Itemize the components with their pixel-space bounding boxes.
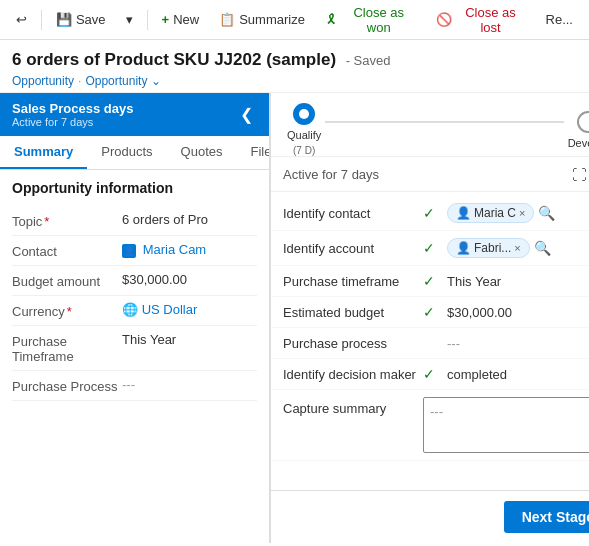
summarize-icon: 📋 xyxy=(219,12,235,27)
stage-develop-circle xyxy=(577,111,589,133)
expand-button[interactable]: ⛶ xyxy=(570,163,589,185)
process-value: --- xyxy=(122,377,257,392)
more-button[interactable]: Re... xyxy=(538,8,581,31)
breadcrumb-chevron-icon[interactable]: ⌄ xyxy=(151,74,161,88)
budget-label: Budget amount xyxy=(12,272,122,289)
tab-quotes[interactable]: Quotes xyxy=(167,136,237,169)
tab-files[interactable]: Files xyxy=(236,136,270,169)
tab-products[interactable]: Products xyxy=(87,136,166,169)
purchase-timeframe-value: This Year ▾ xyxy=(447,274,589,289)
purchase-timeframe-text: This Year xyxy=(447,274,501,289)
popup-header: Active for 7 days ⛶ ✕ xyxy=(271,157,589,192)
checklist: Identify contact ✓ 👤 Maria C × 🔍 Identif… xyxy=(271,192,589,490)
identify-decision-maker-text: completed xyxy=(447,367,507,382)
identify-decision-maker-check-icon: ✓ xyxy=(423,366,439,382)
stage-develop: Develop xyxy=(568,111,589,149)
ban-icon: 🚫 xyxy=(436,12,452,27)
currency-link[interactable]: US Dollar xyxy=(142,302,198,317)
ribbon-icon: 🎗 xyxy=(325,12,338,27)
identify-account-check-icon: ✓ xyxy=(423,240,439,256)
breadcrumb-separator: · xyxy=(78,74,81,88)
checklist-item-identify-contact: Identify contact ✓ 👤 Maria C × 🔍 xyxy=(271,196,589,231)
purchase-process-check-icon: ✓ xyxy=(423,335,439,351)
breadcrumb-opportunity2[interactable]: Opportunity xyxy=(85,74,147,88)
checklist-item-estimated-budget: Estimated budget ✓ $30,000.00 xyxy=(271,297,589,328)
close-as-won-button[interactable]: 🎗 Close as won xyxy=(317,1,424,39)
stage-qualify-label: Qualify xyxy=(287,129,321,141)
topic-label: Topic* xyxy=(12,212,122,229)
checklist-item-identify-decision-maker: Identify decision maker ✓ completed ▾ xyxy=(271,359,589,390)
form-row-process: Purchase Process --- xyxy=(12,371,257,401)
right-panel: Qualify (7 D) Develop Active for 7 days … xyxy=(270,93,589,543)
form-area: Opportunity information Topic* 6 orders … xyxy=(0,170,269,543)
summarize-button[interactable]: 📋 Summarize xyxy=(211,8,313,31)
purchase-process-value: --- ▾ xyxy=(447,336,589,351)
topic-required: * xyxy=(44,214,49,229)
chevron-down-icon: ▾ xyxy=(126,12,133,27)
identify-decision-maker-label: Identify decision maker xyxy=(283,367,423,382)
contact-search-button[interactable]: 🔍 xyxy=(538,205,555,221)
tab-summary[interactable]: Summary xyxy=(0,136,87,169)
page-title: 6 orders of Product SKU JJ202 (sample) xyxy=(12,50,336,69)
purchase-timeframe-check-icon: ✓ xyxy=(423,273,439,289)
save-button[interactable]: 💾 Save xyxy=(48,8,114,31)
purchase-process-label: Purchase process xyxy=(283,336,423,351)
form-row-timeframe: Purchase Timeframe This Year xyxy=(12,326,257,371)
process-label: Purchase Process xyxy=(12,377,122,394)
globe-icon: 🌐 xyxy=(122,302,138,317)
main-content: Sales Process days Active for 7 days ❮ S… xyxy=(0,93,589,543)
capture-summary-textarea[interactable]: --- xyxy=(423,397,589,453)
contact-pill-remove-button[interactable]: × xyxy=(519,207,525,219)
account-pill-remove-button[interactable]: × xyxy=(514,242,520,254)
left-panel: Sales Process days Active for 7 days ❮ S… xyxy=(0,93,270,543)
stage-qualify-sub: (7 D) xyxy=(293,145,315,156)
back-button[interactable]: ↩ xyxy=(8,8,35,31)
sales-process-subtitle: Active for 7 days xyxy=(12,116,133,128)
currency-label: Currency* xyxy=(12,302,122,319)
popup-header-actions: ⛶ ✕ xyxy=(570,163,589,185)
contact-pill-label: Maria C xyxy=(474,206,516,220)
form-row-contact: Contact 👤 Maria Cam xyxy=(12,236,257,266)
contact-value: 👤 Maria Cam xyxy=(122,242,257,258)
estimated-budget-value: $30,000.00 xyxy=(447,305,589,320)
toolbar: ↩ 💾 Save ▾ + New 📋 Summarize 🎗 Close as … xyxy=(0,0,589,40)
timeframe-label: Purchase Timeframe xyxy=(12,332,122,364)
new-button[interactable]: + New xyxy=(154,8,208,31)
checklist-item-identify-account: Identify account ✓ 👤 Fabri... × 🔍 xyxy=(271,231,589,266)
stage-qualify-circle xyxy=(293,103,315,125)
identify-account-label: Identify account xyxy=(283,241,423,256)
estimated-budget-text: $30,000.00 xyxy=(447,305,512,320)
purchase-process-dashes: --- xyxy=(447,336,460,351)
back-icon: ↩ xyxy=(16,12,27,27)
identify-account-pill: 👤 Fabri... × xyxy=(447,238,530,258)
checklist-item-purchase-timeframe: Purchase timeframe ✓ This Year ▾ xyxy=(271,266,589,297)
contact-link[interactable]: Maria Cam xyxy=(143,242,207,257)
currency-value: 🌐 US Dollar xyxy=(122,302,257,317)
checklist-item-capture-summary: Capture summary --- xyxy=(271,390,589,461)
identify-contact-value: 👤 Maria C × 🔍 xyxy=(447,203,589,223)
contact-person-icon: 👤 xyxy=(122,244,136,258)
account-pill-person-icon: 👤 xyxy=(456,241,471,255)
next-stage-button[interactable]: Next Stage xyxy=(504,501,589,533)
form-section-title: Opportunity information xyxy=(12,180,257,196)
budget-value: $30,000.00 xyxy=(122,272,257,287)
title-area: 6 orders of Product SKU JJ202 (sample) -… xyxy=(0,40,589,93)
close-as-lost-button[interactable]: 🚫 Close as lost xyxy=(428,1,534,39)
currency-required: * xyxy=(67,304,72,319)
estimated-budget-label: Estimated budget xyxy=(283,305,423,320)
contact-pill-person-icon: 👤 xyxy=(456,206,471,220)
save-dropdown-button[interactable]: ▾ xyxy=(118,8,141,31)
purchase-timeframe-label: Purchase timeframe xyxy=(283,274,423,289)
identify-contact-label: Identify contact xyxy=(283,206,423,221)
saved-status: - Saved xyxy=(346,53,391,68)
identify-contact-check-icon: ✓ xyxy=(423,205,439,221)
identify-decision-maker-value: completed ▾ xyxy=(447,367,589,382)
sales-process-title: Sales Process days xyxy=(12,101,133,116)
collapse-button[interactable]: ❮ xyxy=(236,103,257,126)
account-search-button[interactable]: 🔍 xyxy=(534,240,551,256)
capture-summary-label: Capture summary xyxy=(283,397,423,416)
contact-label: Contact xyxy=(12,242,122,259)
breadcrumb-opportunity1[interactable]: Opportunity xyxy=(12,74,74,88)
sales-process-bar: Sales Process days Active for 7 days ❮ xyxy=(0,93,269,136)
toolbar-divider xyxy=(41,10,42,30)
